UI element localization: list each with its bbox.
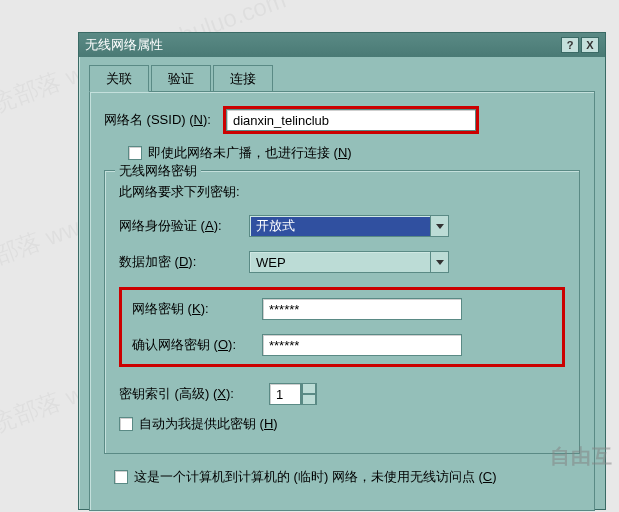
adhoc-checkbox[interactable] — [114, 470, 128, 484]
close-button[interactable]: X — [581, 37, 599, 53]
broadcast-label: 即使此网络未广播，也进行连接 (N) — [148, 144, 352, 162]
ssid-input[interactable] — [226, 109, 476, 131]
encryption-combo-value: WEP — [249, 251, 431, 273]
ssid-label: 网络名 (SSID) (N): — [104, 111, 211, 129]
tab-authentication[interactable]: 验证 — [151, 65, 211, 91]
encryption-combo-button[interactable] — [431, 251, 449, 273]
key-require-text: 此网络要求下列密钥: — [119, 183, 565, 201]
auth-combo-button[interactable] — [431, 215, 449, 237]
confirm-key-input[interactable] — [262, 334, 462, 356]
auth-combo[interactable]: 开放式 — [249, 215, 449, 237]
chevron-down-icon — [436, 224, 444, 229]
help-button[interactable]: ? — [561, 37, 579, 53]
tab-association[interactable]: 关联 — [89, 65, 149, 92]
confirm-key-label: 确认网络密钥 (O): — [132, 336, 262, 354]
tab-connection[interactable]: 连接 — [213, 65, 273, 91]
chevron-down-icon — [436, 260, 444, 265]
broadcast-checkbox[interactable] — [128, 146, 142, 160]
window-title: 无线网络属性 — [85, 36, 559, 54]
key-groupbox: 无线网络密钥 此网络要求下列密钥: 网络身份验证 (A): 开放式 数据加密 (… — [104, 170, 580, 454]
key-index-spinner[interactable] — [269, 383, 317, 405]
tab-panel-association: 网络名 (SSID) (N): 即使此网络未广播，也进行连接 (N) 无线网络密… — [89, 91, 595, 511]
auto-key-label: 自动为我提供此密钥 (H) — [139, 415, 278, 433]
encryption-label: 数据加密 (D): — [119, 253, 249, 271]
key-index-value[interactable] — [269, 383, 301, 405]
network-key-label: 网络密钥 (K): — [132, 300, 262, 318]
key-index-label: 密钥索引 (高级) (X): — [119, 385, 269, 403]
adhoc-label: 这是一个计算机到计算机的 (临时) 网络，未使用无线访问点 (C) — [134, 468, 497, 486]
spinner-down-button[interactable] — [301, 394, 317, 405]
auth-combo-value: 开放式 — [249, 215, 431, 237]
auto-key-checkbox[interactable] — [119, 417, 133, 431]
dialog-window: 无线网络属性 ? X 关联 验证 连接 网络名 (SSID) (N): 即使此网… — [78, 32, 606, 510]
ssid-highlight — [223, 106, 479, 134]
tab-strip: 关联 验证 连接 — [89, 65, 595, 91]
auth-label: 网络身份验证 (A): — [119, 217, 249, 235]
chevron-down-icon — [302, 394, 316, 405]
spinner-up-button[interactable] — [301, 383, 317, 394]
chevron-up-icon — [302, 383, 316, 394]
key-group-legend: 无线网络密钥 — [115, 162, 201, 180]
key-fields-highlight: 网络密钥 (K): 确认网络密钥 (O): — [119, 287, 565, 367]
network-key-input[interactable] — [262, 298, 462, 320]
titlebar: 无线网络属性 ? X — [79, 33, 605, 57]
encryption-combo[interactable]: WEP — [249, 251, 449, 273]
